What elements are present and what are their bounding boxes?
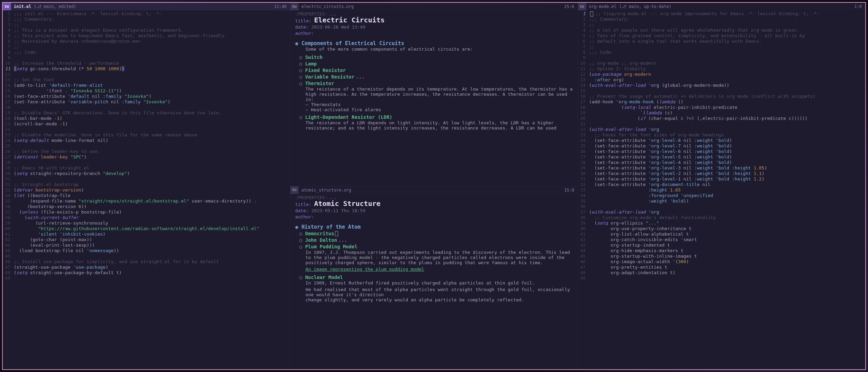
code-line[interactable]: 33 :height 1.65: [578, 187, 862, 193]
code-line[interactable]: 44 org-hide-emphasis-markers t: [578, 248, 862, 254]
code-line[interactable]: 37 (unless (file-exists-p bootstrap-file…: [3, 209, 287, 215]
code-line[interactable]: 9: [3, 55, 287, 61]
code-line[interactable]: 21(scroll-bar-mode -1): [3, 121, 287, 127]
code-line[interactable]: 7;;: [3, 44, 287, 50]
code-line[interactable]: 44 (load bootstrap-file nil 'nomessage)): [3, 248, 287, 254]
code-line[interactable]: 16(set-face-attribute 'default nil :fami…: [3, 94, 287, 99]
code-line[interactable]: 43 org-startup-indented t: [578, 242, 862, 248]
code-line[interactable]: 7;;: [578, 44, 862, 50]
code-line[interactable]: 15 '(font . "Iosevka SS12-11")): [3, 88, 287, 94]
code-line[interactable]: 41 'silent 'inhibit-cookies): [3, 231, 287, 237]
code-line[interactable]: 3;;: [578, 22, 862, 28]
code-line[interactable]: 28: [3, 160, 287, 165]
org-heading-2[interactable]: Fixed Resistor: [299, 68, 573, 73]
code-line[interactable]: 32 (set-face-attribute 'org-document-tit…: [578, 182, 862, 187]
org-heading-2[interactable]: Nuclear Model: [299, 275, 573, 280]
code-line[interactable]: 12: [3, 72, 287, 77]
code-line[interactable]: 31: [3, 176, 287, 182]
code-line[interactable]: 47(straight-use-package 'use-package): [3, 265, 287, 270]
code-line[interactable]: 35 :weight 'bold)): [578, 198, 862, 204]
org-heading-2[interactable]: Variable Resistor...: [299, 74, 573, 80]
code-line[interactable]: 29;; Emacs 30 with straight.el: [3, 165, 287, 171]
code-line[interactable]: 41 org-list-allow-alphabetical t: [578, 231, 862, 237]
code-line[interactable]: 34(let ((bootstrap-file: [3, 193, 287, 198]
code-line[interactable]: 48 org-adapt-indentation t): [578, 270, 862, 276]
code-line[interactable]: 27 (set-face-attribute 'org-level-5 nil …: [578, 154, 862, 160]
org-heading-2[interactable]: Plum Pudding Model: [299, 244, 573, 250]
org-heading-2[interactable]: Switch: [299, 54, 573, 60]
code-line[interactable]: 49: [578, 276, 862, 281]
code-line[interactable]: 8;;; Code:: [578, 50, 862, 55]
code-line[interactable]: 39 (url-retrieve-synchronously: [3, 220, 287, 226]
buffer-mid-top[interactable]: :PROPERTIES:...title: Electric Circuitsd…: [290, 10, 577, 133]
code-line[interactable]: 23 ;; Faces for the font sizes of org-mo…: [578, 132, 862, 138]
code-line[interactable]: 14(add-to-list 'default-frame-alist: [3, 83, 287, 88]
code-line[interactable]: 16;; Prevent the usage of automatic <> d…: [578, 94, 862, 99]
code-line[interactable]: 6;; default into a single tool that work…: [578, 39, 862, 44]
code-line[interactable]: 8;;; Code:: [3, 50, 287, 55]
code-line[interactable]: 14(with-eval-after-load 'org (global-org…: [578, 83, 862, 88]
code-line[interactable]: 30(setq straight-repository-branch "deve…: [3, 171, 287, 176]
code-line[interactable]: 42 org-catch-invisible-edits 'smart: [578, 237, 862, 242]
code-line[interactable]: 49: [3, 276, 287, 281]
code-line[interactable]: 21: [578, 121, 862, 127]
code-line[interactable]: 47 org-pretty-entities t: [578, 265, 862, 270]
buffer-right[interactable]: 1 ;; lisp/org-mode.el --- org-mode impro…: [578, 10, 865, 369]
code-line[interactable]: 26;; Define the leader-key to use.: [3, 149, 287, 154]
org-heading-2[interactable]: Light-Dependant Resistor (LDR): [299, 114, 573, 120]
code-line[interactable]: 4;; A lot of people out there will agree…: [578, 28, 862, 33]
code-line[interactable]: 27(defconst leader-key "SPC"): [3, 154, 287, 160]
code-line[interactable]: 20(tool-bar-mode -1): [3, 116, 287, 121]
code-line[interactable]: 22(with-eval-after-load 'org: [578, 127, 862, 132]
code-line[interactable]: 3;;: [3, 22, 287, 28]
code-line[interactable]: 11;; Option 2: Globally: [578, 66, 862, 72]
code-line[interactable]: 5;; This project aims to keep/make Emacs…: [3, 33, 287, 39]
code-line[interactable]: 40 org-use-property-inheritance t: [578, 226, 862, 231]
code-line[interactable]: 36 (bootstrap-version 6)): [3, 204, 287, 209]
code-line[interactable]: 18: [3, 105, 287, 110]
org-heading-1[interactable]: Components of Electrical Circuits: [295, 41, 573, 46]
buffer-left[interactable]: 1;;; init.el --- Dianciemacs -*- lexical…: [3, 10, 290, 369]
org-link[interactable]: An image representing the plum pudding m…: [305, 267, 424, 272]
code-line[interactable]: 32;; Straight.el bootstrap: [3, 182, 287, 187]
code-line[interactable]: 13;; Set the font: [3, 77, 287, 83]
code-line[interactable]: 38 ;; Customize org-mode's default funct…: [578, 215, 862, 220]
code-line[interactable]: 10;; Increase the threshold - performanc…: [3, 61, 287, 66]
org-heading-2[interactable]: Democritus: [299, 231, 573, 237]
code-line[interactable]: 26 (set-face-attribute 'org-level-6 nil …: [578, 149, 862, 154]
code-line[interactable]: 39 (setq org-ellipsis "...": [578, 220, 862, 226]
code-line[interactable]: 13 :after org): [578, 77, 862, 83]
code-line[interactable]: 2;;; Commentary:: [3, 17, 287, 22]
code-line[interactable]: 12(use-package org-modern: [578, 72, 862, 77]
code-line[interactable]: 36: [578, 204, 862, 209]
code-line[interactable]: 18 (setq-local electric-pair-inhibit-pre…: [578, 105, 862, 110]
code-line[interactable]: 31 (set-face-attribute 'org-level-1 nil …: [578, 176, 862, 182]
pane-left[interactable]: RW init.el (⎇ main, edited) 11:40 1;;; i…: [3, 3, 290, 369]
org-heading-2[interactable]: Thermistor: [299, 81, 573, 86]
code-line[interactable]: 43 (eval-print-last-sexp))): [3, 242, 287, 248]
code-line[interactable]: 19;; Disable Emacs' GTK decorations. Don…: [3, 110, 287, 116]
buffer-mid-bot[interactable]: :PROPERTIES:...title: Atomic Structureda…: [290, 194, 577, 303]
code-line[interactable]: 29 (set-face-attribute 'org-level-3 nil …: [578, 165, 862, 171]
code-line[interactable]: 23;; Disable the modeline. Done in this …: [3, 132, 287, 138]
code-line[interactable]: 40 "https://raw.githubusercontent.com/ra…: [3, 226, 287, 231]
code-line[interactable]: 46;; Install use-package for simplicity,…: [3, 259, 287, 265]
pane-right[interactable]: RW org-mode.el (⎇ main, up-to-date) 1:0 …: [578, 3, 865, 369]
org-heading-1[interactable]: History of the Atom: [295, 224, 573, 230]
code-line[interactable]: 35 (expand-file-name "straight/repos/str…: [3, 198, 287, 204]
subpane-bottom[interactable]: RW atomic_structure.org 15:8 :PROPERTIES…: [290, 186, 577, 370]
code-line[interactable]: 6;; Maintained by devraza <thedevraza@pr…: [3, 39, 287, 44]
code-line[interactable]: 25: [3, 143, 287, 149]
code-line[interactable]: 2;;; Commentary:: [578, 17, 862, 22]
code-line[interactable]: 4;; This is a minimal and elegant Emacs …: [3, 28, 287, 33]
org-heading-2[interactable]: John Dalton...: [299, 237, 573, 243]
code-line[interactable]: 46 org-image-actual-width '(300): [578, 259, 862, 265]
code-line[interactable]: 38 (with-current-buffer: [3, 215, 287, 220]
code-line[interactable]: 20 (if (char-equal c ?<) (,electric-pair…: [578, 116, 862, 121]
code-line[interactable]: 37(with-eval-after-load 'org: [578, 209, 862, 215]
code-line[interactable]: 11(setq gc-cons-threshold (* 50 1000 100…: [3, 66, 287, 72]
subpane-top[interactable]: RW electric_circuits.org 25:6 :PROPERTIE…: [290, 3, 577, 186]
code-line[interactable]: 45: [3, 254, 287, 259]
code-line[interactable]: 1 ;; lisp/org-mode.el --- org-mode impro…: [578, 11, 862, 17]
code-line[interactable]: 42 (goto-char (point-max)): [3, 237, 287, 242]
